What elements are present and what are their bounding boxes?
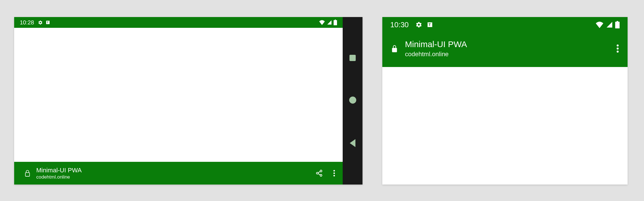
status-time: 10:30 — [390, 20, 409, 29]
app-title: Minimal-UI PWA — [36, 166, 82, 174]
home-button[interactable] — [349, 97, 356, 104]
svg-point-1 — [320, 170, 322, 172]
app-chrome-bar: Minimal-UI PWA codehtml.online — [14, 162, 343, 185]
svg-point-7 — [333, 172, 335, 174]
wifi-icon — [319, 20, 325, 25]
status-right-icons — [319, 20, 337, 25]
app-title-group: Minimal-UI PWA codehtml.online — [405, 39, 467, 58]
gear-icon — [415, 21, 422, 28]
status-time: 10:28 — [20, 19, 34, 26]
svg-point-2 — [316, 172, 318, 174]
cellular-icon — [327, 20, 332, 25]
lock-icon — [24, 169, 31, 177]
more-vert-icon[interactable] — [616, 44, 619, 53]
app-chrome-bar: Minimal-UI PWA codehtml.online — [382, 32, 628, 67]
status-bar: 10:30 — [382, 17, 628, 32]
app-title: Minimal-UI PWA — [405, 39, 467, 50]
svg-point-8 — [333, 175, 335, 176]
app-title-group: Minimal-UI PWA codehtml.online — [36, 166, 82, 180]
svg-rect-0 — [25, 173, 30, 176]
svg-line-4 — [318, 174, 320, 175]
status-left-icons — [38, 20, 50, 25]
svg-point-10 — [617, 48, 619, 50]
status-left-icons — [415, 21, 433, 28]
svg-point-3 — [320, 174, 322, 176]
text-box-icon — [427, 22, 433, 28]
webview-content[interactable] — [382, 67, 628, 185]
status-right-icons — [595, 21, 620, 28]
gear-icon — [38, 20, 43, 25]
webview-content[interactable] — [14, 28, 343, 162]
lock-icon — [391, 44, 398, 53]
svg-point-6 — [333, 170, 335, 171]
system-nav-bar — [343, 17, 362, 185]
back-button[interactable] — [350, 139, 355, 147]
device-landscape-screen: 10:28 — [14, 17, 343, 185]
status-bar: 10:28 — [14, 17, 343, 28]
wifi-icon — [595, 21, 604, 28]
app-origin: codehtml.online — [405, 50, 467, 58]
svg-point-11 — [617, 51, 619, 53]
svg-point-9 — [617, 45, 619, 47]
text-box-icon — [46, 20, 50, 25]
cellular-icon — [606, 21, 613, 28]
app-origin: codehtml.online — [36, 174, 82, 180]
battery-icon — [334, 20, 337, 25]
more-vert-icon[interactable] — [333, 169, 335, 177]
svg-line-5 — [318, 171, 320, 173]
device-portrait: 10:30 — [382, 17, 628, 185]
recents-button[interactable] — [349, 55, 356, 61]
share-icon[interactable] — [315, 169, 323, 177]
battery-icon — [615, 21, 620, 28]
device-landscape: 10:28 — [14, 17, 362, 185]
